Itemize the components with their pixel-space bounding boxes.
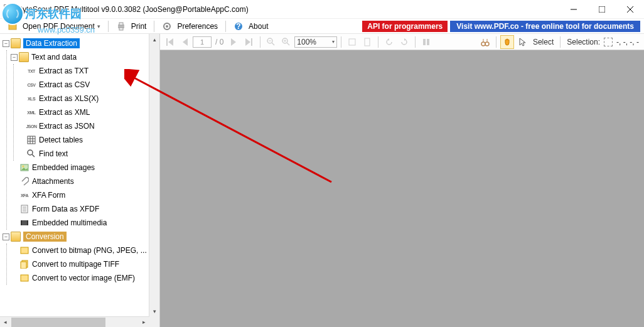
prev-page-button[interactable] xyxy=(178,35,191,49)
watermark-text: 河东软件园 xyxy=(25,6,82,21)
menubar: Open PDF Document ▾ Print Preferences ? … xyxy=(0,19,644,34)
document-canvas[interactable] xyxy=(160,50,644,327)
chevron-down-icon: ▾ xyxy=(332,39,335,45)
scroll-down-icon[interactable]: ▾ xyxy=(149,306,159,316)
selection-value: -, -, -, - xyxy=(614,38,641,46)
tree-extract-txt[interactable]: Extract as TXT xyxy=(39,67,89,75)
svg-point-54 xyxy=(481,42,485,46)
close-button[interactable] xyxy=(616,0,644,19)
svg-rect-48 xyxy=(349,39,355,45)
svg-rect-31 xyxy=(21,247,28,254)
next-page-button[interactable] xyxy=(227,35,241,49)
json-icon: JSON xyxy=(26,121,36,131)
tree-text-and-data[interactable]: Text and data xyxy=(31,53,77,62)
svg-point-55 xyxy=(485,42,489,46)
globe-icon xyxy=(1,3,24,25)
tree-embedded-images[interactable]: Embedded images xyxy=(32,163,95,172)
fit-page-button[interactable] xyxy=(360,35,374,49)
rotate-right-button[interactable] xyxy=(397,35,411,49)
table-icon xyxy=(26,135,36,145)
scrollbar-horizontal[interactable]: ◂ ▸ xyxy=(0,316,149,327)
about-button[interactable]: ? About xyxy=(230,20,272,33)
tree-data-extraction[interactable]: Data Extraction xyxy=(23,38,80,48)
watermark-logo: 河东软件园 xyxy=(1,3,82,25)
pdfco-link[interactable]: Visit www.PDF.co - free online tool for … xyxy=(450,21,640,32)
zoom-select[interactable]: 100%▾ xyxy=(294,36,337,48)
tree-attachments[interactable]: Attachments xyxy=(32,177,74,186)
titlebar: ByteScout PDF Multitool v9.0.0.3082 (Joo… xyxy=(0,0,644,19)
select-label[interactable]: Select xyxy=(530,38,556,46)
scroll-up-icon[interactable]: ▴ xyxy=(149,34,159,45)
tree-xfa-form[interactable]: XFA Form xyxy=(32,191,65,200)
scroll-right-icon[interactable]: ▸ xyxy=(139,319,149,325)
tree-find-text[interactable]: Find text xyxy=(39,149,68,158)
rotate-left-button[interactable] xyxy=(382,35,396,49)
tree-conv-tiff[interactable]: Convert to multipage TIFF xyxy=(32,260,119,269)
zoom-out-button[interactable] xyxy=(264,35,278,49)
csv-icon: CSV xyxy=(26,80,36,90)
find-button[interactable] xyxy=(478,35,492,49)
tree-detect-tables[interactable]: Detect tables xyxy=(39,136,83,144)
scroll-left-icon[interactable]: ◂ xyxy=(0,319,11,325)
svg-rect-30 xyxy=(27,220,28,225)
svg-marker-58 xyxy=(520,38,525,46)
svg-rect-34 xyxy=(21,275,28,281)
tree-conv-bitmap[interactable]: Convert to bitmap (PNG, JPEG, ... xyxy=(32,246,147,255)
tiff-icon xyxy=(19,259,30,269)
preferences-button[interactable]: Preferences xyxy=(158,20,222,33)
tree-extract-csv[interactable]: Extract as CSV xyxy=(39,80,90,89)
layout-button[interactable] xyxy=(419,35,433,49)
tree-extract-xls[interactable]: Extract as XLS(X) xyxy=(39,94,99,103)
svg-rect-36 xyxy=(166,38,168,46)
separator xyxy=(154,21,154,32)
images-icon xyxy=(19,163,30,173)
api-link[interactable]: API for programmers xyxy=(362,21,448,32)
svg-rect-29 xyxy=(21,220,22,225)
svg-point-12 xyxy=(166,25,168,28)
print-button[interactable]: Print xyxy=(112,20,151,33)
txt-icon: TXT xyxy=(26,66,36,76)
hand-tool-button[interactable] xyxy=(500,35,514,49)
svg-point-23 xyxy=(23,166,24,168)
svg-rect-53 xyxy=(427,39,429,45)
zoom-in-button[interactable] xyxy=(279,35,293,49)
last-page-button[interactable] xyxy=(242,35,256,49)
collapse-icon[interactable]: − xyxy=(3,40,9,47)
collapse-icon[interactable]: − xyxy=(11,54,18,61)
svg-rect-3 xyxy=(599,6,605,13)
svg-rect-9 xyxy=(119,23,123,25)
tree-embedded-mm[interactable]: Embedded multimedia xyxy=(32,218,107,227)
tree: − Data Extraction − Text and data xyxy=(0,34,149,327)
search-icon xyxy=(26,149,36,159)
svg-rect-49 xyxy=(365,38,370,46)
tree-form-data[interactable]: Form Data as XFDF xyxy=(32,205,99,213)
tree-extract-json[interactable]: Extract as JSON xyxy=(39,122,95,131)
collapse-icon[interactable]: − xyxy=(3,233,9,240)
tree-extract-xml[interactable]: Extract as XML xyxy=(39,108,90,117)
tree-conversion[interactable]: Conversion xyxy=(23,232,67,242)
sidebar: − Data Extraction − Text and data xyxy=(0,34,160,327)
svg-marker-37 xyxy=(183,38,188,46)
separator xyxy=(225,21,226,32)
xfa-icon: XFA xyxy=(19,190,30,200)
vector-icon xyxy=(19,273,30,283)
first-page-button[interactable] xyxy=(163,35,176,49)
scroll-thumb[interactable] xyxy=(11,318,105,327)
svg-line-43 xyxy=(272,43,274,45)
svg-rect-33 xyxy=(21,262,26,269)
cursor-button[interactable] xyxy=(515,35,529,49)
maximize-button[interactable] xyxy=(588,0,616,19)
svg-marker-38 xyxy=(231,38,236,46)
selection-label: Selection: xyxy=(564,38,603,46)
svg-line-47 xyxy=(287,43,289,45)
attachment-icon xyxy=(19,176,30,186)
fit-width-button[interactable] xyxy=(345,35,359,49)
selection-icon xyxy=(604,38,613,46)
page-input[interactable] xyxy=(193,36,212,48)
scrollbar-vertical[interactable]: ▴ ▾ xyxy=(149,34,159,327)
minimize-button[interactable] xyxy=(559,0,588,19)
svg-rect-15 xyxy=(28,136,35,144)
multimedia-icon xyxy=(19,218,30,228)
tree-conv-vector[interactable]: Convert to vector image (EMF) xyxy=(32,274,135,282)
svg-point-20 xyxy=(28,150,33,155)
